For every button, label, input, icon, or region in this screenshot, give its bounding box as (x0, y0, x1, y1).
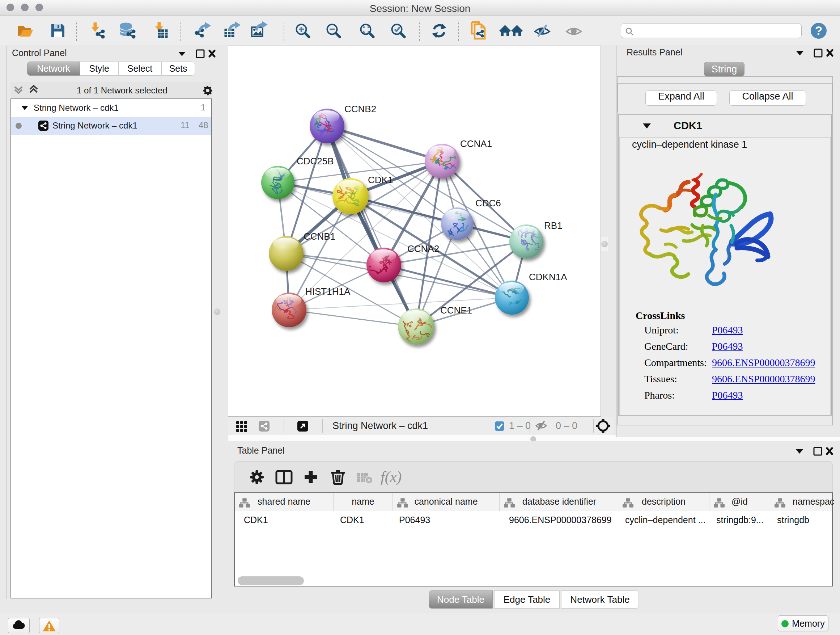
svg-text:CCNB1: CCNB1 (303, 231, 335, 242)
svg-text:CCNE1: CCNE1 (440, 305, 472, 316)
svg-text:CCNA1: CCNA1 (460, 138, 492, 149)
svg-text:0 – 0: 0 – 0 (556, 420, 577, 431)
svg-text:CDKN1A: CDKN1A (529, 272, 567, 282)
svg-text:String Network – cdk1: String Network – cdk1 (332, 420, 428, 431)
svg-text:CCNA2: CCNA2 (407, 243, 439, 254)
svg-text:CDC6: CDC6 (475, 198, 501, 209)
svg-text:HIST1H1A: HIST1H1A (305, 286, 351, 297)
svg-text:CCNB2: CCNB2 (344, 103, 376, 114)
svg-text:?: ? (815, 24, 822, 37)
svg-text:CDK1: CDK1 (368, 174, 393, 185)
svg-text:1 – 0: 1 – 0 (509, 420, 531, 431)
svg-text:CDC25B: CDC25B (297, 156, 334, 166)
svg-text:f(x): f(x) (381, 469, 401, 486)
svg-text:RB1: RB1 (544, 220, 562, 231)
